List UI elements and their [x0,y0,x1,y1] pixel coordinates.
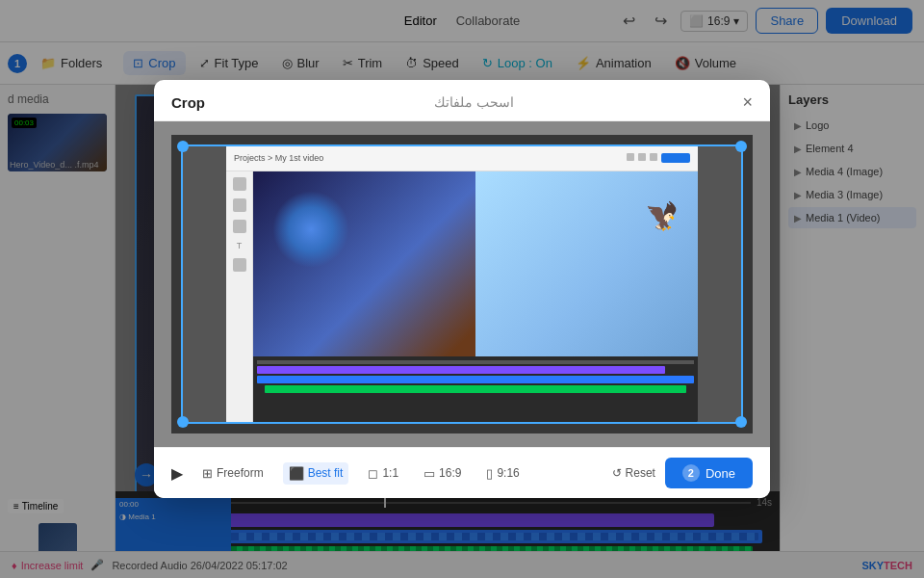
badge-2: 2 [682,464,700,482]
ratio-1-1-label: 1:1 [382,466,398,480]
crop-handle-bl[interactable] [177,416,189,428]
ratio-1-1-icon: ◻ [368,466,378,481]
done-label: Done [706,466,735,481]
crop-handle-br[interactable] [735,416,747,428]
modal-title: Crop [171,94,205,111]
modal-footer: ▶ ⊞ Freeform ⬛ Best fit ◻ 1:1 ▭ 16:9 [154,447,770,498]
play-button[interactable]: ▶ [171,464,183,483]
best-fit-icon: ⬛ [289,466,304,481]
crop-modal: Crop اسحب ملفاتك × Projects > My 1st vid… [154,80,770,498]
freeform-label: Freeform [217,466,264,480]
ratio-16-9-label: 16:9 [439,466,461,480]
reset-button[interactable]: ↺ Reset [612,466,655,480]
ratio-9-16-label: 9:16 [497,466,519,480]
ratio-9-16-icon: ▯ [486,466,493,481]
done-button[interactable]: 2 Done [665,458,753,488]
freeform-icon: ⊞ [202,466,213,481]
reset-label: Reset [626,466,655,480]
modal-body: Projects > My 1st video [154,121,770,447]
ratio-16-9-option[interactable]: ▭ 16:9 [418,462,467,485]
crop-controls-left: ▶ ⊞ Freeform ⬛ Best fit ◻ 1:1 ▭ 16:9 [171,462,526,485]
best-fit-label: Best fit [308,466,344,480]
modal-arabic-text: اسحب ملفاتك [434,94,514,110]
crop-controls-right: ↺ Reset 2 Done [612,458,753,488]
reset-icon: ↺ [612,466,622,480]
modal-overlay: Crop اسحب ملفاتك × Projects > My 1st vid… [0,0,924,578]
ratio-16-9-icon: ▭ [424,466,435,481]
crop-frame[interactable] [181,144,743,424]
modal-header: Crop اسحب ملفاتك × [154,80,770,121]
ratio-9-16-option[interactable]: ▯ 9:16 [480,462,525,485]
best-fit-option[interactable]: ⬛ Best fit [283,462,349,485]
ratio-1-1-option[interactable]: ◻ 1:1 [362,462,404,485]
freeform-option[interactable]: ⊞ Freeform [196,462,270,485]
modal-close-button[interactable]: × [742,93,753,111]
crop-handle-tr[interactable] [735,141,747,152]
crop-handle-tl[interactable] [177,141,189,152]
crop-canvas[interactable]: Projects > My 1st video [171,135,753,434]
